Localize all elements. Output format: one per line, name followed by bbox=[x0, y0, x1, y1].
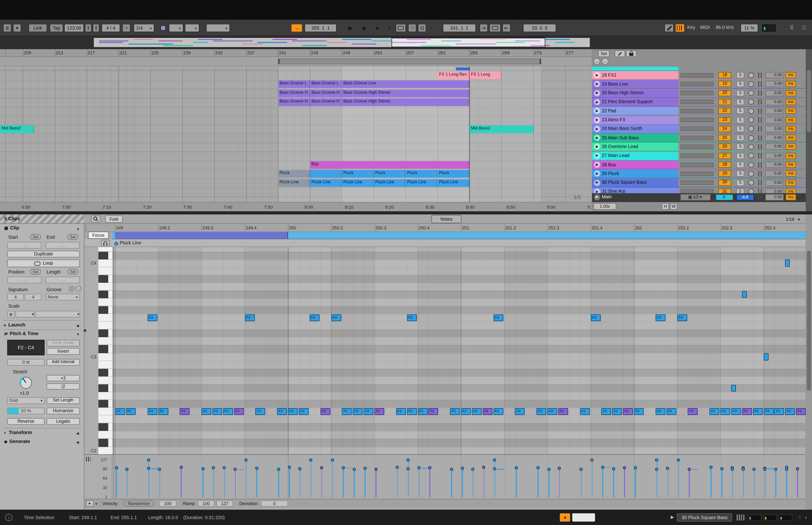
arrangement-clip[interactable]: FX 1 Long bbox=[470, 72, 501, 79]
pitch-time-section-header[interactable]: ⇄Pitch & Time bbox=[4, 332, 39, 336]
velocity-marker[interactable] bbox=[309, 458, 312, 461]
arrangement-clip[interactable]: Bass Groove H bbox=[278, 89, 310, 97]
midi-note[interactable]: F2 bbox=[601, 408, 611, 415]
velocity-stem[interactable] bbox=[624, 468, 625, 497]
start-set-button[interactable]: Set bbox=[30, 234, 41, 240]
track-header[interactable]: ▶23 Atmo FX23S0.00ms bbox=[592, 116, 806, 124]
arrangement-clip[interactable]: Pluck Line bbox=[342, 179, 374, 187]
midi-note[interactable]: F2 bbox=[147, 408, 157, 415]
arrangement-clip[interactable]: Bass Groove Low bbox=[342, 80, 470, 88]
track-delay-value[interactable]: 0.00 bbox=[765, 194, 784, 200]
midi-note[interactable]: F2 bbox=[709, 408, 719, 415]
add-interval-button[interactable]: Add Interval bbox=[47, 359, 80, 366]
track-delay-unit[interactable]: ms bbox=[786, 108, 796, 114]
track-play-icon[interactable]: ▶ bbox=[594, 108, 600, 114]
midi-note[interactable]: F3 bbox=[677, 314, 687, 321]
track-play-icon[interactable]: ▶ bbox=[594, 81, 600, 87]
velocity-marker[interactable] bbox=[125, 468, 128, 471]
velocity-stem[interactable] bbox=[732, 469, 733, 497]
velocity-marker[interactable] bbox=[515, 466, 518, 469]
track-delay-value[interactable]: 0.00 bbox=[765, 117, 784, 123]
piano-key[interactable] bbox=[98, 252, 112, 259]
track-delay-value[interactable]: 0.00 bbox=[765, 90, 784, 96]
panel-toggle-icons[interactable]: ◫ bbox=[802, 25, 806, 30]
track-number[interactable]: 26 bbox=[718, 144, 731, 150]
arrangement-clip[interactable]: Pluck Line bbox=[278, 179, 310, 187]
piano-key[interactable] bbox=[98, 306, 112, 314]
link-button[interactable]: Link bbox=[28, 24, 47, 32]
velocity-marker[interactable] bbox=[677, 458, 680, 461]
velocity-stem[interactable] bbox=[397, 467, 398, 497]
midi-note[interactable]: F2 bbox=[429, 408, 439, 415]
velocity-stem[interactable] bbox=[689, 469, 690, 497]
track-play-icon[interactable]: ▶ bbox=[594, 72, 600, 78]
piano-key[interactable] bbox=[98, 392, 112, 400]
velocity-stem[interactable] bbox=[213, 468, 214, 497]
velocity-stem[interactable] bbox=[657, 469, 657, 497]
punch-out-icon[interactable]: ⇤ bbox=[502, 24, 510, 32]
velocity-marker[interactable] bbox=[547, 468, 550, 471]
randomize-button[interactable]: Randomize bbox=[124, 500, 154, 507]
velocity-marker[interactable] bbox=[147, 467, 150, 470]
track-solo-button[interactable]: S bbox=[736, 99, 744, 105]
track-delay-value[interactable]: 0.00 bbox=[765, 162, 784, 168]
velocity-stem[interactable] bbox=[667, 468, 668, 497]
midi-note[interactable]: F2 bbox=[493, 408, 503, 415]
arrangement-clip[interactable]: Pluck bbox=[373, 170, 405, 178]
track-activator[interactable] bbox=[748, 108, 754, 114]
track-solo-button[interactable]: S bbox=[736, 135, 744, 141]
piano-key[interactable] bbox=[98, 329, 112, 337]
cue-volume-field[interactable]: 0 bbox=[716, 194, 733, 200]
velocity-stem[interactable] bbox=[332, 460, 333, 497]
cpu-load-meter[interactable]: 11 % bbox=[740, 24, 758, 32]
track-play-icon[interactable]: ▶ bbox=[671, 515, 674, 520]
arrangement-scrub-area[interactable] bbox=[0, 57, 592, 66]
piano-key-black[interactable] bbox=[98, 369, 108, 376]
session-record-icon[interactable]: ○ bbox=[428, 24, 435, 32]
velocity-marker[interactable] bbox=[396, 466, 399, 469]
velocity-stem[interactable] bbox=[516, 468, 517, 497]
midi-note[interactable]: F2 bbox=[558, 408, 568, 415]
velocity-stem[interactable] bbox=[278, 469, 279, 497]
velocity-stem[interactable] bbox=[473, 469, 473, 497]
track-delay-value[interactable]: 0.00 bbox=[765, 108, 784, 114]
arrangement-loop-brace[interactable] bbox=[278, 59, 541, 64]
midi-note[interactable]: F3 bbox=[493, 314, 503, 321]
velocity-area[interactable] bbox=[112, 455, 806, 499]
velocity-stem[interactable] bbox=[419, 468, 419, 497]
scale-name-menu[interactable] bbox=[185, 24, 199, 32]
page-grid-value[interactable]: 1/16 bbox=[786, 217, 794, 222]
velocity-marker[interactable] bbox=[342, 466, 345, 469]
velocity-marker[interactable] bbox=[461, 467, 464, 470]
velocity-stem[interactable] bbox=[365, 468, 365, 497]
velocity-stem[interactable] bbox=[289, 467, 290, 497]
velocity-marker[interactable] bbox=[580, 468, 583, 471]
arrangement-clip[interactable]: Pluck Line bbox=[438, 179, 470, 187]
velocity-stem[interactable] bbox=[786, 469, 787, 497]
velocity-marker[interactable] bbox=[407, 467, 410, 470]
track-solo-button[interactable]: S bbox=[736, 153, 744, 159]
velocity-marker[interactable] bbox=[536, 466, 539, 469]
midi-note[interactable]: F2 bbox=[666, 408, 676, 415]
punch-in-icon[interactable]: ⇥ bbox=[479, 24, 488, 32]
track-activator[interactable] bbox=[748, 72, 754, 78]
arrangement-clip[interactable]: Bass Groove High Stereo bbox=[342, 98, 470, 106]
track-play-icon[interactable]: ▶ bbox=[594, 180, 600, 186]
midi-note[interactable] bbox=[731, 385, 736, 392]
piano-key[interactable] bbox=[98, 408, 112, 416]
search-icon[interactable] bbox=[91, 215, 101, 223]
track-solo-button[interactable]: S bbox=[736, 72, 744, 78]
piano-key[interactable] bbox=[98, 431, 112, 439]
optimize-height-button[interactable]: H bbox=[662, 203, 669, 210]
track-number[interactable]: 21 bbox=[718, 99, 731, 105]
track-play-icon[interactable]: ▶ bbox=[594, 162, 600, 168]
velocity-marker[interactable] bbox=[634, 466, 637, 469]
velocity-marker[interactable] bbox=[601, 466, 604, 469]
piano-key-black[interactable] bbox=[98, 439, 108, 447]
velocity-stem[interactable] bbox=[678, 460, 679, 497]
search-quick-field[interactable] bbox=[572, 513, 595, 522]
pitch-time-caret[interactable]: ▼ bbox=[76, 332, 80, 336]
midi-note[interactable]: F2 bbox=[720, 408, 730, 415]
velocity-marker[interactable] bbox=[591, 458, 594, 461]
piano-key[interactable] bbox=[98, 447, 112, 454]
